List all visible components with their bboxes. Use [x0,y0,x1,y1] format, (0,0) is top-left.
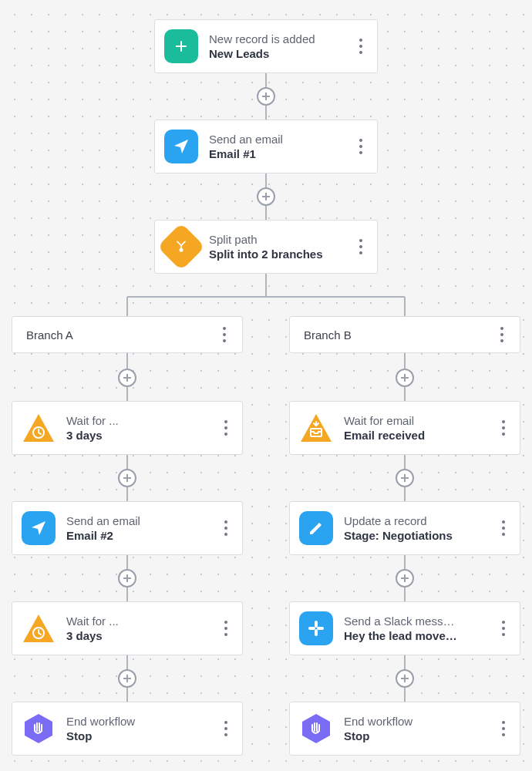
node-text: Send an email Email #2 [66,514,211,542]
node-subtitle: Stage: Negotiations [344,529,489,542]
more-menu-icon[interactable] [497,715,510,742]
slack-icon [299,611,333,645]
more-menu-icon[interactable] [354,233,368,261]
node-title: New record is added [209,32,346,45]
node-wait-a1[interactable]: Wait for ... 3 days [12,401,243,455]
svg-point-15 [180,249,182,251]
node-title: End workflow [66,715,211,728]
add-step-button[interactable] [118,569,136,588]
node-subtitle: 3 days [66,629,211,642]
node-end-b[interactable]: End workflow Stop [289,702,520,756]
node-title: Send an email [209,133,346,146]
svg-rect-26 [317,627,324,630]
node-subtitle: Email #2 [66,529,211,542]
add-step-button[interactable] [257,187,275,206]
node-text: Split path Split into 2 branches [209,233,346,261]
node-title: Update a record [344,514,489,527]
svg-rect-25 [308,627,315,630]
node-text: New record is added New Leads [209,32,346,60]
node-subtitle: 3 days [66,429,211,442]
node-text: End workflow Stop [66,715,211,742]
node-end-a[interactable]: End workflow Stop [12,702,243,756]
node-text: Send an email Email #1 [209,133,346,160]
add-step-button[interactable] [396,469,414,487]
send-icon [22,511,56,545]
svg-rect-23 [315,621,318,628]
node-title: Send an email [66,514,211,527]
node-text: Update a record Stage: Negotiations [344,514,489,542]
add-step-button[interactable] [118,669,136,688]
add-step-button[interactable] [118,469,136,487]
add-step-button[interactable] [396,569,414,588]
node-title: End workflow [344,715,489,728]
node-text: End workflow Stop [344,715,489,742]
stop-hand-icon [299,712,333,746]
node-title: Wait for ... [66,614,211,628]
svg-rect-24 [315,629,318,636]
more-menu-icon[interactable] [219,614,233,642]
node-subtitle: New Leads [209,47,346,60]
branch-b-header[interactable]: Branch B [289,316,520,353]
node-slack-message[interactable]: Send a Slack mess… Hey the lead move… [289,601,520,655]
node-subtitle: Stop [344,729,489,742]
more-menu-icon[interactable] [354,133,368,160]
node-subtitle: Split into 2 branches [209,247,346,261]
node-title: Wait for email [344,414,489,427]
more-menu-icon[interactable] [219,414,233,442]
add-step-button[interactable] [396,669,414,688]
node-title: Wait for ... [66,414,211,427]
more-menu-icon[interactable] [219,514,233,542]
node-title: Send a Slack mess… [344,614,489,628]
more-menu-icon[interactable] [354,32,368,60]
pencil-icon [299,511,333,545]
node-title: Split path [209,233,346,246]
plus-icon [164,29,198,63]
node-subtitle: Email #1 [209,147,346,160]
add-step-button[interactable] [396,369,414,387]
node-wait-email[interactable]: Wait for email Email received [289,401,520,455]
node-text: Wait for ... 3 days [66,414,211,442]
more-menu-icon[interactable] [495,321,509,348]
stop-hand-icon [22,712,56,746]
branch-label: Branch A [26,328,73,342]
node-text: Wait for ... 3 days [66,614,211,642]
node-split-path[interactable]: Split path Split into 2 branches [154,220,378,274]
node-text: Send a Slack mess… Hey the lead move… [344,614,489,642]
wait-clock-icon [22,611,56,645]
more-menu-icon[interactable] [217,321,231,348]
send-icon [164,130,198,163]
node-text: Wait for email Email received [344,414,489,442]
connector-lines [0,0,532,771]
more-menu-icon[interactable] [497,414,510,442]
node-trigger[interactable]: New record is added New Leads [154,19,378,73]
node-update-record[interactable]: Update a record Stage: Negotiations [289,501,520,555]
branch-label: Branch B [304,328,352,342]
more-menu-icon[interactable] [497,614,510,642]
add-step-button[interactable] [118,369,136,387]
branch-a-header[interactable]: Branch A [12,316,243,353]
add-step-button[interactable] [257,87,275,106]
split-icon [157,223,205,271]
node-send-email-2[interactable]: Send an email Email #2 [12,501,243,555]
wait-clock-icon [22,411,56,445]
node-wait-a2[interactable]: Wait for ... 3 days [12,601,243,655]
node-subtitle: Email received [344,429,489,442]
node-subtitle: Hey the lead move… [344,629,489,642]
more-menu-icon[interactable] [497,514,510,542]
more-menu-icon[interactable] [219,715,233,742]
node-subtitle: Stop [66,729,211,742]
node-send-email-1[interactable]: Send an email Email #1 [154,120,378,173]
wait-inbox-icon [299,411,333,445]
